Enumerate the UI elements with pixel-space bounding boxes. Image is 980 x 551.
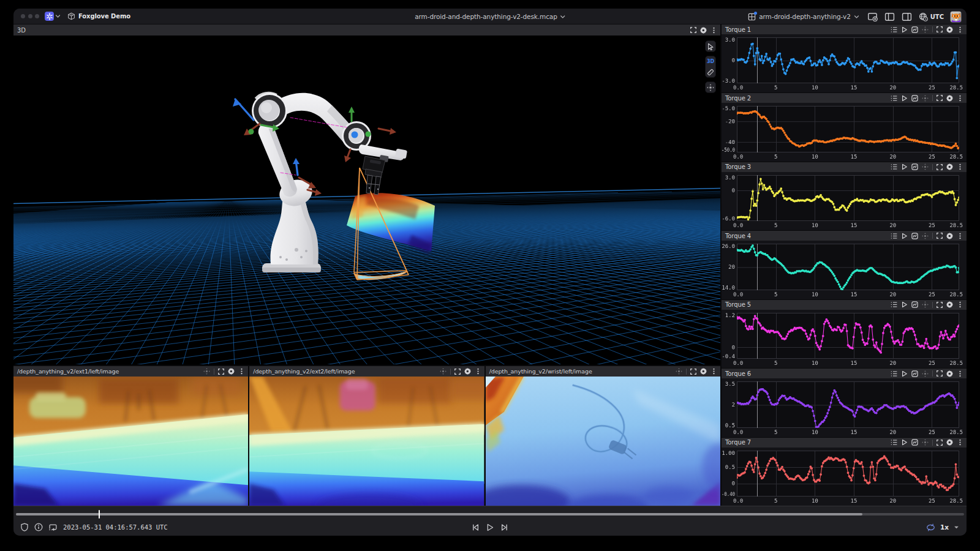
settings-gear-icon[interactable] [946,439,953,446]
settings-gear-icon[interactable] [700,27,707,34]
fullscreen-icon[interactable] [937,440,943,446]
zoom-button[interactable] [35,14,39,18]
plot-play-icon[interactable] [901,301,908,308]
plot-legend-icon[interactable] [891,95,897,102]
fullscreen-icon[interactable] [937,302,943,308]
settings-gear-icon[interactable] [700,368,707,375]
plot-downsample-icon[interactable] [911,301,918,308]
speed-caret-icon[interactable] [954,525,959,530]
measure-tool-button[interactable] [706,67,715,77]
left-sidebar-toggle-icon[interactable] [884,12,895,21]
plot-chart-torque-6[interactable] [722,378,967,437]
panel-menu-icon[interactable] [475,368,481,375]
plot-legend-icon[interactable] [891,233,897,239]
plot-downsample-icon[interactable] [911,233,918,239]
3d-viewport[interactable]: 3D [13,36,720,365]
fullscreen-icon[interactable] [690,369,696,375]
plot-play-icon[interactable] [901,233,908,239]
timeline-playhead[interactable] [99,510,100,519]
plot-play-icon[interactable] [901,95,908,102]
plot-panel-header[interactable]: Torque 7 [722,438,967,448]
fullscreen-icon[interactable] [218,369,224,375]
add-panel-icon[interactable] [867,12,878,21]
info-icon[interactable] [34,523,43,531]
panel-menu-icon[interactable] [710,27,717,34]
app-menu-button[interactable] [45,12,61,21]
plot-downsample-icon[interactable] [911,439,918,446]
plot-downsample-icon[interactable] [911,95,918,102]
depth-image-ext1[interactable] [13,377,248,506]
plot-play-icon[interactable] [901,26,908,33]
timezone-button[interactable]: UTC [919,12,944,21]
settings-gear-icon[interactable] [946,301,953,308]
panel-menu-icon[interactable] [238,368,245,375]
plot-panel-header[interactable]: Torque 2 [722,93,967,103]
pan-icon[interactable] [203,368,210,375]
close-button[interactable] [21,14,25,18]
select-tool-button[interactable] [706,41,715,51]
fullscreen-icon[interactable] [937,95,943,101]
recenter-camera-button[interactable] [706,82,715,92]
plot-legend-icon[interactable] [891,301,897,308]
plot-legend-icon[interactable] [891,439,897,446]
plot-legend-icon[interactable] [891,370,897,377]
settings-gear-icon[interactable] [228,368,235,375]
plot-chart-torque-5[interactable] [722,310,967,368]
plot-chart-torque-1[interactable] [722,34,967,92]
plot-play-icon[interactable] [901,163,908,170]
panel-menu-icon[interactable] [957,163,963,170]
pan-icon[interactable] [922,301,929,308]
settings-gear-icon[interactable] [464,368,471,375]
pan-icon[interactable] [922,26,929,33]
plot-chart-torque-7[interactable] [722,448,967,506]
fullscreen-icon[interactable] [937,370,943,377]
panel-menu-icon[interactable] [957,439,963,446]
3d-panel-header[interactable]: 3D [13,24,720,36]
pan-icon[interactable] [922,95,929,102]
minimize-button[interactable] [28,14,32,18]
fullscreen-icon[interactable] [937,26,943,32]
image-panel-header[interactable]: /depth_anything_v2/ext2/left/image [249,366,484,377]
3d-mode-toggle[interactable]: 3D [706,56,715,67]
plot-panel-header[interactable]: Torque 1 [722,24,967,34]
plot-downsample-icon[interactable] [911,163,918,170]
pan-icon[interactable] [922,163,929,170]
panel-menu-icon[interactable] [957,26,963,33]
panel-menu-icon[interactable] [710,368,717,375]
pan-icon[interactable] [922,439,929,446]
settings-gear-icon[interactable] [946,163,953,170]
fullscreen-icon[interactable] [937,164,943,170]
image-panel-header[interactable]: /depth_anything_v2/ext1/left/image [13,366,248,377]
settings-gear-icon[interactable] [946,26,953,33]
plot-chart-torque-2[interactable] [722,103,967,161]
pan-icon[interactable] [676,368,682,375]
data-integrity-shield-icon[interactable] [20,523,29,531]
plot-legend-icon[interactable] [891,26,897,33]
settings-gear-icon[interactable] [946,370,953,377]
layout-menu-button[interactable]: arm-droid-depth-anything-v2 [748,13,859,21]
file-title-button[interactable]: arm-droid-and-depth-anything-v2-desk.mca… [415,9,565,24]
pan-icon[interactable] [440,368,447,375]
pan-icon[interactable] [922,370,929,377]
play-icon[interactable] [486,523,494,531]
seek-backward-icon[interactable] [472,523,480,531]
fullscreen-icon[interactable] [937,233,943,239]
plot-panel-header[interactable]: Torque 3 [722,162,967,172]
depth-image-wrist[interactable] [486,377,720,506]
plot-panel-header[interactable]: Torque 6 [722,369,967,378]
panel-menu-icon[interactable] [957,301,963,308]
plot-panel-header[interactable]: Torque 5 [722,300,967,310]
user-avatar[interactable] [950,11,962,23]
depth-image-ext2[interactable] [249,377,484,506]
plot-panel-header[interactable]: Torque 4 [722,231,967,241]
seek-forward-icon[interactable] [501,523,509,531]
image-panel-header[interactable]: /depth_anything_v2/wrist/left/image [486,366,720,377]
right-sidebar-toggle-icon[interactable] [902,12,912,21]
plot-legend-icon[interactable] [891,163,897,170]
data-source-button[interactable]: Foxglove Demo [67,12,130,20]
current-timestamp[interactable]: 2023-05-31 04:16:57.643 UTC [63,523,168,531]
playback-speed[interactable]: 1x [940,523,949,531]
timeline-scrubber[interactable] [16,512,964,516]
repeat-icon[interactable] [926,523,935,531]
pan-icon[interactable] [922,233,929,239]
